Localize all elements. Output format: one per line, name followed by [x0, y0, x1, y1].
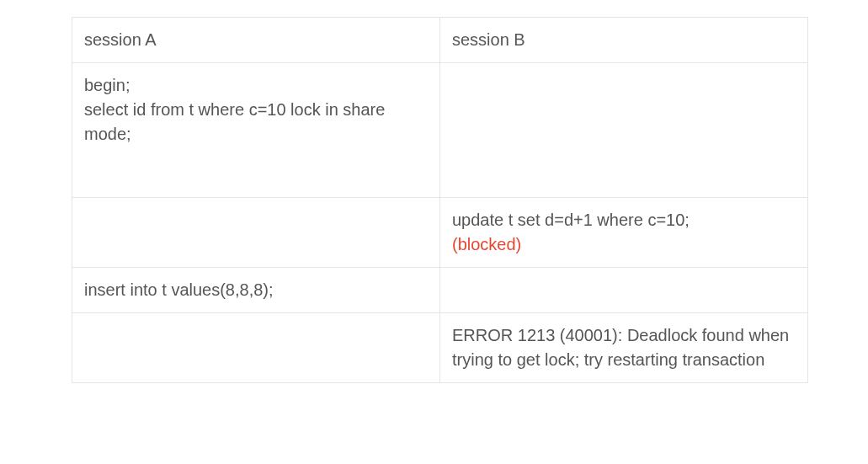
- cell-session-b: update t set d=d+1 where c=10;(blocked): [440, 198, 808, 268]
- cell-line: ERROR 1213 (40001): Deadlock found when …: [452, 323, 796, 372]
- table-row: ERROR 1213 (40001): Deadlock found when …: [72, 313, 808, 383]
- session-table-wrap: session A session B begin;select id from…: [72, 17, 808, 383]
- cell-session-b: [440, 268, 808, 313]
- cell-line: insert into t values(8,8,8);: [84, 278, 428, 302]
- cell-line: begin;: [84, 73, 428, 98]
- cell-line: update t set d=d+1 where c=10;: [452, 208, 796, 232]
- cell-session-b: [440, 63, 808, 198]
- cell-session-b: ERROR 1213 (40001): Deadlock found when …: [440, 313, 808, 383]
- blocked-label: (blocked): [452, 232, 796, 257]
- cell-session-a: [72, 313, 440, 383]
- table-row: update t set d=d+1 where c=10;(blocked): [72, 198, 808, 268]
- cell-session-a: begin;select id from t where c=10 lock i…: [72, 63, 440, 198]
- cell-session-a: [72, 198, 440, 268]
- cell-session-a: insert into t values(8,8,8);: [72, 268, 440, 313]
- col-header-session-b: session B: [440, 18, 808, 63]
- header-row: session A session B: [72, 18, 808, 63]
- cell-line: select id from t where c=10 lock in shar…: [84, 98, 428, 147]
- table-row: insert into t values(8,8,8);: [72, 268, 808, 313]
- col-header-session-a: session A: [72, 18, 440, 63]
- session-table: session A session B begin;select id from…: [72, 17, 808, 383]
- table-row: begin;select id from t where c=10 lock i…: [72, 63, 808, 198]
